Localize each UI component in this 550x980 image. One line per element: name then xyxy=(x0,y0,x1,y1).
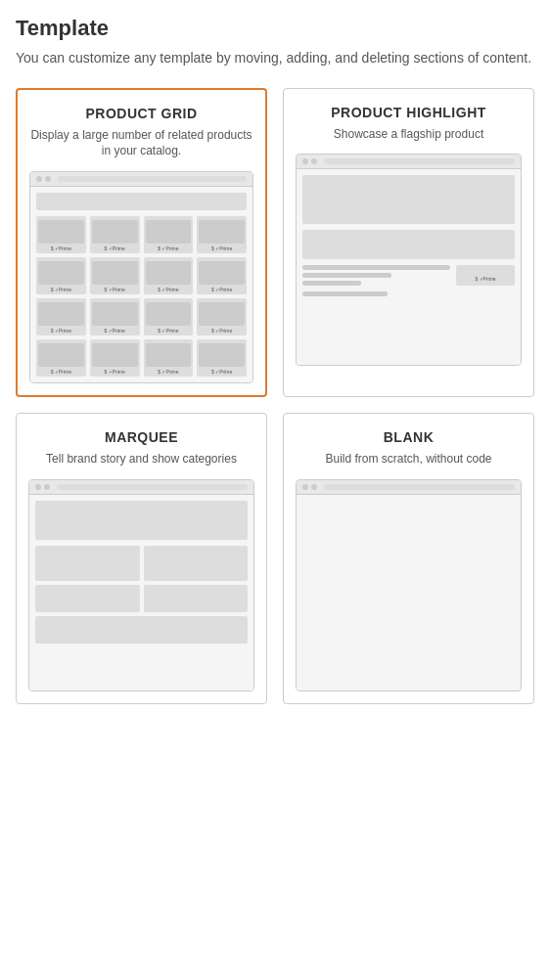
template-card-blank[interactable]: BLANK Build from scratch, without code xyxy=(283,413,534,704)
pg-cell: $ ✓Prime xyxy=(36,257,86,294)
mq-bottom xyxy=(35,585,248,612)
pg-cell: $ ✓Prime xyxy=(90,216,140,253)
browser-url-bar xyxy=(324,158,515,164)
browser-dot-2 xyxy=(311,158,317,164)
browser-mock-blank xyxy=(296,479,522,691)
browser-url-bar xyxy=(57,484,248,490)
ph-bottom-line xyxy=(302,291,388,296)
pg-cell: $ ✓Prime xyxy=(197,298,247,335)
ph-product-label: $ ✓Prime xyxy=(475,276,495,282)
template-card-product-highlight[interactable]: PRODUCT HIGHLIGHT Showcase a flagship pr… xyxy=(283,88,534,398)
mq-cell-2 xyxy=(144,546,249,581)
product-highlight-content: $ ✓Prime xyxy=(297,169,521,365)
browser-dot-2 xyxy=(45,176,51,182)
ph-product-box: $ ✓Prime xyxy=(456,265,515,286)
pg-cell: $ ✓Prime xyxy=(197,257,247,294)
mq-full xyxy=(35,616,248,644)
card-desc-marquee: Tell brand story and show categories xyxy=(28,451,254,468)
card-title-product-highlight: PRODUCT HIGHLIGHT xyxy=(296,105,522,120)
card-desc-product-highlight: Showcase a flagship product xyxy=(296,126,522,143)
pg-cell: $ ✓Prime xyxy=(144,216,194,253)
card-title-product-grid: PRODUCT GRID xyxy=(29,106,253,121)
ph-line-3 xyxy=(302,281,361,286)
mq-bottom-cell-1 xyxy=(35,585,140,612)
card-title-marquee: MARQUEE xyxy=(28,429,254,445)
browser-bar-ph xyxy=(297,155,521,169)
mq-bottom-cell-2 xyxy=(144,585,249,612)
product-grid-content: $ ✓Prime $ ✓Prime $ ✓Prime $ ✓Prime $ ✓P… xyxy=(30,187,252,382)
browser-dot-1 xyxy=(36,176,42,182)
pg-cell: $ ✓Prime xyxy=(36,339,86,377)
ph-line-2 xyxy=(302,273,391,278)
card-desc-product-grid: Display a large number of related produc… xyxy=(29,127,253,160)
ph-secondary xyxy=(302,230,515,259)
pg-cell: $ ✓Prime xyxy=(144,339,194,377)
browser-url-bar xyxy=(58,176,247,182)
page-subtitle: You can customize any template by moving… xyxy=(16,49,534,68)
mq-hero xyxy=(35,501,248,540)
browser-mock-marquee xyxy=(28,479,254,691)
pg-cell: $ ✓Prime xyxy=(144,298,194,335)
pg-grid: $ ✓Prime $ ✓Prime $ ✓Prime $ ✓Prime $ ✓P… xyxy=(36,216,247,377)
browser-mock-product-grid: $ ✓Prime $ ✓Prime $ ✓Prime $ ✓Prime $ ✓P… xyxy=(29,171,253,383)
ph-lines xyxy=(302,265,450,286)
browser-bar-blank xyxy=(297,480,521,495)
page-title: Template xyxy=(16,16,534,41)
ph-text-block: $ ✓Prime xyxy=(302,265,515,286)
browser-bar-mq xyxy=(29,480,253,495)
blank-content xyxy=(297,495,521,690)
browser-dot-1 xyxy=(302,484,308,490)
browser-dot-2 xyxy=(311,484,317,490)
browser-url-bar xyxy=(324,484,515,490)
pg-cell: $ ✓Prime xyxy=(90,298,140,335)
pg-cell: $ ✓Prime xyxy=(144,257,194,294)
browser-dot-1 xyxy=(302,158,308,164)
pg-cell: $ ✓Prime xyxy=(90,339,140,377)
browser-mock-product-highlight: $ ✓Prime xyxy=(296,154,522,366)
browser-bar xyxy=(30,172,252,187)
pg-cell: $ ✓Prime xyxy=(197,339,247,377)
template-card-product-grid[interactable]: PRODUCT GRID Display a large number of r… xyxy=(16,88,267,398)
browser-dot-1 xyxy=(35,484,41,490)
card-desc-blank: Build from scratch, without code xyxy=(296,451,522,468)
browser-dot-2 xyxy=(44,484,50,490)
pg-cell: $ ✓Prime xyxy=(36,298,86,335)
ph-line-1 xyxy=(302,265,450,270)
pg-cell: $ ✓Prime xyxy=(90,257,140,294)
card-title-blank: BLANK xyxy=(296,429,522,445)
template-card-marquee[interactable]: MARQUEE Tell brand story and show catego… xyxy=(16,413,267,704)
mq-grid xyxy=(35,546,248,581)
mq-cell-1 xyxy=(35,546,140,581)
ph-hero xyxy=(302,175,515,224)
pg-cell: $ ✓Prime xyxy=(197,216,247,253)
marquee-content xyxy=(29,495,253,690)
template-grid: PRODUCT GRID Display a large number of r… xyxy=(16,88,534,704)
pg-header xyxy=(36,193,247,210)
pg-cell: $ ✓Prime xyxy=(36,216,86,253)
